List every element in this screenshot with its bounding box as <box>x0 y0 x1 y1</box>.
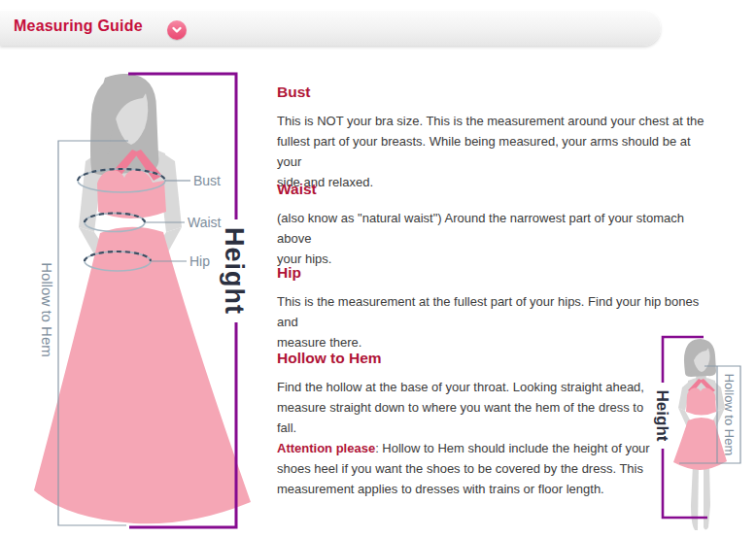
waist-label: Waist <box>188 215 222 230</box>
hollow-to-hem-description: Find the hollow at the base of your thro… <box>277 377 664 499</box>
waist-heading: Waist <box>277 181 714 198</box>
attention-please-label: Attention please <box>277 441 375 455</box>
hollow-to-hem-heading: Hollow to Hem <box>277 350 664 367</box>
small-bodice <box>686 388 716 416</box>
small-skirt <box>673 418 727 470</box>
section-bust: Bust This is NOT your bra size. This is … <box>277 84 714 192</box>
short-dress-diagram: Hollow to Hem Height <box>641 328 756 537</box>
bust-label: Bust <box>193 173 221 188</box>
section-waist: Waist (also know as "natural waist") Aro… <box>277 181 714 269</box>
height-label: Height <box>220 227 249 315</box>
small-height-label: Height <box>653 390 671 442</box>
dress-measurement-diagram: Bust Waist Hip Hollow to Hem Height <box>27 60 260 536</box>
hollow-text-before: Find the hollow at the base of your thro… <box>277 380 644 435</box>
page-title: Measuring Guide <box>14 17 143 35</box>
hollow-to-hem-label: Hollow to Hem <box>39 262 55 357</box>
section-hollow-to-hem: Hollow to Hem Find the hollow at the bas… <box>277 350 664 499</box>
chevron-down-icon[interactable] <box>167 20 187 40</box>
hip-heading: Hip <box>277 264 714 282</box>
measuring-guide-header[interactable]: Measuring Guide <box>0 10 661 46</box>
waist-description: (also know as "natural waist") Around th… <box>277 208 714 269</box>
hip-label: Hip <box>189 253 210 269</box>
chevron-glyph <box>171 24 183 36</box>
small-hollow-to-hem-label: Hollow to Hem <box>722 374 737 456</box>
bust-heading: Bust <box>277 84 714 101</box>
measuring-guide-page: Measuring Guide <box>0 0 756 537</box>
dress-skirt <box>34 227 251 524</box>
dress <box>34 150 251 523</box>
